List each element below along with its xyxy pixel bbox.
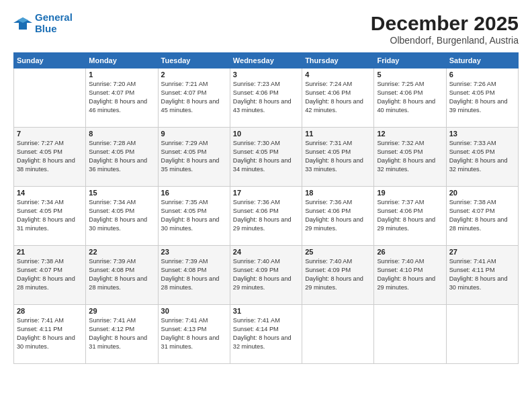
calendar-cell: 24Sunrise: 7:40 AMSunset: 4:09 PMDayligh… <box>230 246 302 305</box>
day-number: 20 <box>449 189 515 197</box>
calendar-cell: 27Sunrise: 7:41 AMSunset: 4:11 PMDayligh… <box>446 246 518 305</box>
calendar-cell: 6Sunrise: 7:26 AMSunset: 4:05 PMDaylight… <box>446 68 518 128</box>
day-info: Sunrise: 7:34 AMSunset: 4:05 PMDaylight:… <box>89 198 154 233</box>
day-info: Sunrise: 7:25 AMSunset: 4:06 PMDaylight:… <box>377 80 443 115</box>
calendar-cell: 17Sunrise: 7:36 AMSunset: 4:06 PMDayligh… <box>230 187 302 246</box>
calendar-header-row: SundayMondayTuesdayWednesdayThursdayFrid… <box>14 53 519 68</box>
day-number: 11 <box>305 130 371 138</box>
day-info: Sunrise: 7:34 AMSunset: 4:05 PMDaylight:… <box>17 198 83 233</box>
day-number: 5 <box>377 71 443 79</box>
calendar-week-row: 28Sunrise: 7:41 AMSunset: 4:11 PMDayligh… <box>14 305 519 364</box>
day-number: 18 <box>305 189 371 197</box>
calendar-cell: 13Sunrise: 7:33 AMSunset: 4:05 PMDayligh… <box>446 128 518 187</box>
calendar-cell: 16Sunrise: 7:35 AMSunset: 4:05 PMDayligh… <box>158 187 230 246</box>
header-cell-wednesday: Wednesday <box>230 53 302 68</box>
day-number: 17 <box>233 189 299 197</box>
day-number: 3 <box>233 71 299 79</box>
logo-line1: General <box>35 11 73 23</box>
calendar-week-row: 14Sunrise: 7:34 AMSunset: 4:05 PMDayligh… <box>14 187 519 246</box>
header-cell-tuesday: Tuesday <box>158 53 230 68</box>
day-number: 2 <box>161 71 227 79</box>
day-number: 14 <box>17 189 83 197</box>
header-cell-monday: Monday <box>86 53 158 68</box>
calendar-cell: 31Sunrise: 7:41 AMSunset: 4:14 PMDayligh… <box>230 305 302 364</box>
calendar-cell: 19Sunrise: 7:37 AMSunset: 4:06 PMDayligh… <box>374 187 446 246</box>
day-info: Sunrise: 7:28 AMSunset: 4:05 PMDaylight:… <box>89 139 154 174</box>
day-info: Sunrise: 7:27 AMSunset: 4:05 PMDaylight:… <box>17 139 83 174</box>
day-info: Sunrise: 7:35 AMSunset: 4:05 PMDaylight:… <box>161 198 227 233</box>
day-number: 23 <box>161 248 227 256</box>
calendar-cell: 2Sunrise: 7:21 AMSunset: 4:07 PMDaylight… <box>158 68 230 128</box>
calendar-cell <box>14 68 86 128</box>
day-number: 4 <box>305 71 371 79</box>
calendar-cell: 20Sunrise: 7:38 AMSunset: 4:07 PMDayligh… <box>446 187 518 246</box>
calendar-cell: 4Sunrise: 7:24 AMSunset: 4:06 PMDaylight… <box>302 68 374 128</box>
day-number: 26 <box>377 248 443 256</box>
calendar-cell: 21Sunrise: 7:38 AMSunset: 4:07 PMDayligh… <box>14 246 86 305</box>
header-cell-friday: Friday <box>374 53 446 68</box>
day-info: Sunrise: 7:32 AMSunset: 4:05 PMDaylight:… <box>377 139 443 174</box>
calendar-cell: 14Sunrise: 7:34 AMSunset: 4:05 PMDayligh… <box>14 187 86 246</box>
day-number: 9 <box>161 130 227 138</box>
day-number: 30 <box>161 307 227 315</box>
day-info: Sunrise: 7:41 AMSunset: 4:12 PMDaylight:… <box>89 316 154 351</box>
day-number: 7 <box>17 130 83 138</box>
header-cell-saturday: Saturday <box>446 53 518 68</box>
calendar-cell: 1Sunrise: 7:20 AMSunset: 4:07 PMDaylight… <box>86 68 158 128</box>
calendar-table: SundayMondayTuesdayWednesdayThursdayFrid… <box>13 52 519 364</box>
day-info: Sunrise: 7:41 AMSunset: 4:14 PMDaylight:… <box>233 316 299 351</box>
day-number: 22 <box>89 248 154 256</box>
day-number: 15 <box>89 189 154 197</box>
calendar-cell: 25Sunrise: 7:40 AMSunset: 4:09 PMDayligh… <box>302 246 374 305</box>
day-info: Sunrise: 7:41 AMSunset: 4:13 PMDaylight:… <box>161 316 227 351</box>
day-info: Sunrise: 7:30 AMSunset: 4:05 PMDaylight:… <box>233 139 299 174</box>
calendar-cell: 15Sunrise: 7:34 AMSunset: 4:05 PMDayligh… <box>86 187 158 246</box>
day-number: 28 <box>17 307 83 315</box>
day-number: 10 <box>233 130 299 138</box>
calendar-cell <box>446 305 518 364</box>
day-info: Sunrise: 7:41 AMSunset: 4:11 PMDaylight:… <box>449 257 515 292</box>
calendar-cell: 11Sunrise: 7:31 AMSunset: 4:05 PMDayligh… <box>302 128 374 187</box>
day-info: Sunrise: 7:23 AMSunset: 4:06 PMDaylight:… <box>233 80 299 115</box>
day-info: Sunrise: 7:39 AMSunset: 4:08 PMDaylight:… <box>161 257 227 292</box>
logo: General Blue <box>13 12 73 34</box>
calendar-cell: 18Sunrise: 7:36 AMSunset: 4:06 PMDayligh… <box>302 187 374 246</box>
day-number: 8 <box>89 130 154 138</box>
calendar-cell: 23Sunrise: 7:39 AMSunset: 4:08 PMDayligh… <box>158 246 230 305</box>
logo-icon <box>13 16 32 31</box>
calendar-cell: 28Sunrise: 7:41 AMSunset: 4:11 PMDayligh… <box>14 305 86 364</box>
day-number: 31 <box>233 307 299 315</box>
calendar-week-row: 21Sunrise: 7:38 AMSunset: 4:07 PMDayligh… <box>14 246 519 305</box>
day-info: Sunrise: 7:29 AMSunset: 4:05 PMDaylight:… <box>161 139 227 174</box>
day-number: 1 <box>89 71 154 79</box>
calendar-cell: 26Sunrise: 7:40 AMSunset: 4:10 PMDayligh… <box>374 246 446 305</box>
sub-title: Olbendorf, Burgenland, Austria <box>371 35 519 46</box>
day-number: 21 <box>17 248 83 256</box>
calendar-cell <box>302 305 374 364</box>
header: General Blue December 2025 Olbendorf, Bu… <box>13 12 519 46</box>
day-info: Sunrise: 7:36 AMSunset: 4:06 PMDaylight:… <box>233 198 299 233</box>
day-number: 13 <box>449 130 515 138</box>
day-info: Sunrise: 7:33 AMSunset: 4:05 PMDaylight:… <box>449 139 515 174</box>
day-number: 6 <box>449 71 515 79</box>
day-info: Sunrise: 7:36 AMSunset: 4:06 PMDaylight:… <box>305 198 371 233</box>
logo-line2: Blue <box>35 23 57 34</box>
calendar-cell: 22Sunrise: 7:39 AMSunset: 4:08 PMDayligh… <box>86 246 158 305</box>
day-info: Sunrise: 7:39 AMSunset: 4:08 PMDaylight:… <box>89 257 154 292</box>
day-info: Sunrise: 7:40 AMSunset: 4:09 PMDaylight:… <box>305 257 371 292</box>
day-number: 19 <box>377 189 443 197</box>
day-info: Sunrise: 7:41 AMSunset: 4:11 PMDaylight:… <box>17 316 83 351</box>
day-info: Sunrise: 7:38 AMSunset: 4:07 PMDaylight:… <box>449 198 515 233</box>
calendar-cell: 8Sunrise: 7:28 AMSunset: 4:05 PMDaylight… <box>86 128 158 187</box>
day-info: Sunrise: 7:40 AMSunset: 4:09 PMDaylight:… <box>233 257 299 292</box>
day-number: 12 <box>377 130 443 138</box>
page: General Blue December 2025 Olbendorf, Bu… <box>0 0 532 411</box>
day-info: Sunrise: 7:37 AMSunset: 4:06 PMDaylight:… <box>377 198 443 233</box>
main-title: December 2025 <box>371 12 519 35</box>
calendar-cell: 10Sunrise: 7:30 AMSunset: 4:05 PMDayligh… <box>230 128 302 187</box>
calendar-cell: 9Sunrise: 7:29 AMSunset: 4:05 PMDaylight… <box>158 128 230 187</box>
day-number: 24 <box>233 248 299 256</box>
day-number: 16 <box>161 189 227 197</box>
header-cell-thursday: Thursday <box>302 53 374 68</box>
day-number: 29 <box>89 307 154 315</box>
